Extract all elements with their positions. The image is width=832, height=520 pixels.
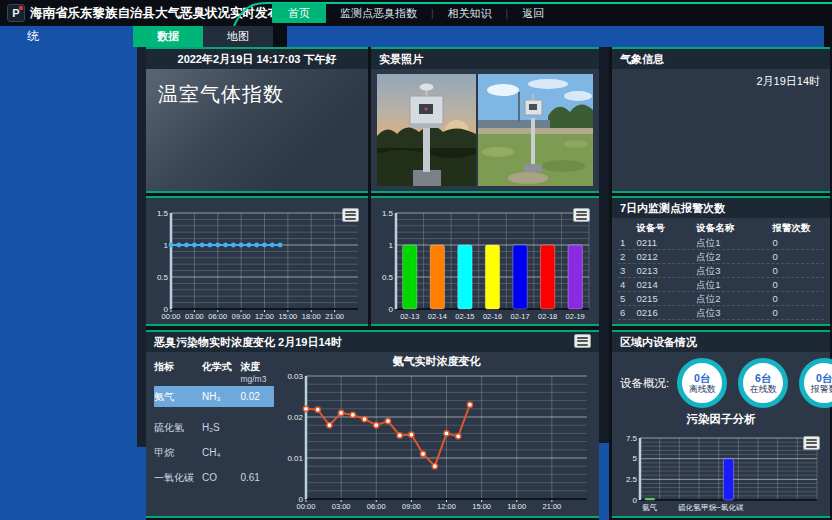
svg-text:18:00: 18:00 xyxy=(302,312,321,321)
table-cell: 0 xyxy=(772,278,824,291)
table-cell: NH₃ xyxy=(202,391,240,402)
factor-chart-title: 污染因子分析 xyxy=(612,412,830,427)
content-scrollbar[interactable] xyxy=(599,47,609,520)
table-cell: 点位2 xyxy=(696,292,772,305)
svg-text:02-19: 02-19 xyxy=(566,312,585,321)
alarm-table-header: 设备号 设备名称 报警次数 xyxy=(618,221,824,236)
nav-back[interactable]: 返回 xyxy=(508,3,558,23)
device-overview: 设备概况: 0台离线数6台在线数0台报警数 xyxy=(612,352,830,410)
svg-text:1.5: 1.5 xyxy=(157,209,169,218)
tab-row-filler xyxy=(287,26,824,47)
panel-devices: 区域内设备情况 设备概况: 0台离线数6台在线数0台报警数 污染因子分析 02.… xyxy=(612,330,830,518)
svg-text:一氧化碳: 一氧化碳 xyxy=(714,503,745,512)
table-row: 60216点位30 xyxy=(618,306,824,320)
nh3-line-chart: 00.010.020.0300:0003:0006:0009:0012:0015… xyxy=(278,370,595,512)
device-stat-circles: 0台离线数6台在线数0台报警数 xyxy=(677,358,832,408)
svg-text:2.5: 2.5 xyxy=(626,475,638,484)
table-cell: 0216 xyxy=(637,306,697,319)
dashboard: P 海南省乐东黎族自治县大气恶臭状况实时发布系 首页 监测点恶臭指数 | 相关知… xyxy=(0,0,832,520)
weather-title: 气象信息 xyxy=(612,49,830,69)
table-cell: 点位1 xyxy=(696,278,772,291)
svg-text:03:00: 03:00 xyxy=(185,312,204,321)
alarms-title: 7日内监测点报警次数 xyxy=(612,198,830,218)
table-cell: 0212 xyxy=(637,250,697,263)
nav-knowledge[interactable]: 相关知识 xyxy=(434,3,506,23)
tab-data[interactable]: 数据 xyxy=(133,26,203,47)
pollutant-row[interactable]: 氨气NH₃0.02 xyxy=(154,386,274,407)
table-row: 20212点位20 xyxy=(618,250,824,264)
sidebar xyxy=(0,47,137,520)
chart-menu-icon[interactable] xyxy=(803,436,820,450)
nav-home[interactable]: 首页 xyxy=(272,3,326,23)
stat-label: 报警数 xyxy=(811,384,832,394)
panel-photos: 实景照片 xyxy=(371,47,599,193)
main-nav: 首页 监测点恶臭指数 | 相关知识 | 返回 xyxy=(272,0,558,26)
table-cell: 0 xyxy=(772,306,824,319)
table-cell: 3 xyxy=(618,264,637,277)
top-bar: P 海南省乐东黎族自治县大气恶臭状况实时发布系 首页 监测点恶臭指数 | 相关知… xyxy=(0,0,832,26)
chart-menu-icon[interactable] xyxy=(573,208,590,222)
svg-text:0.5: 0.5 xyxy=(382,273,394,282)
alarm-table: 设备号 设备名称 报警次数 10211点位1020212点位2030213点位3… xyxy=(612,218,830,320)
site-photo-field[interactable] xyxy=(478,74,593,186)
daily_bars-svg: 00.511.502-1302-1402-1502-1602-1702-1802… xyxy=(373,207,597,322)
device-stat-circle: 6台在线数 xyxy=(738,358,788,408)
nav-odor-index[interactable]: 监测点恶臭指数 xyxy=(326,3,431,23)
app-logo-icon: P xyxy=(7,4,25,22)
table-row: 10211点位10 xyxy=(618,236,824,250)
tab-map[interactable]: 地图 xyxy=(203,26,273,47)
table-cell: 0 xyxy=(772,292,824,305)
pollutant-table-header: 指标 化学式 浓度mg/m3 xyxy=(154,358,274,384)
svg-text:21:00: 21:00 xyxy=(542,502,561,511)
pollutant-row[interactable]: 硫化氢H₂S xyxy=(154,415,274,440)
svg-text:5: 5 xyxy=(633,454,638,463)
greenhouse_line-svg: 00.511.500:0003:0006:0009:0012:0015:0018… xyxy=(148,207,366,322)
svg-text:02-13: 02-13 xyxy=(400,312,419,321)
svg-text:09:00: 09:00 xyxy=(232,312,251,321)
chart-menu-icon[interactable] xyxy=(342,208,359,222)
table-cell: 点位2 xyxy=(696,250,772,263)
svg-text:00:00: 00:00 xyxy=(297,502,316,511)
greenhouse-line-chart: 00.511.500:0003:0006:0009:0012:0015:0018… xyxy=(148,207,366,322)
svg-text:1: 1 xyxy=(389,241,394,250)
svg-text:0: 0 xyxy=(633,496,638,505)
tab-row-edge xyxy=(824,26,832,47)
svg-text:02-18: 02-18 xyxy=(538,312,557,321)
table-cell: 0.61 xyxy=(240,472,274,483)
svg-text:12:00: 12:00 xyxy=(255,312,274,321)
pollutants-title: 恶臭污染物实时浓度变化 2月19日14时 xyxy=(146,332,599,352)
svg-text:06:00: 06:00 xyxy=(367,502,386,511)
panel-greenhouse-chart: 00.511.500:0003:0006:0009:0012:0015:0018… xyxy=(146,196,368,326)
weather-time: 2月19日14时 xyxy=(612,69,830,94)
site-photo-dusk[interactable] xyxy=(377,74,476,186)
table-cell: H₂S xyxy=(202,422,240,433)
pollutant-row[interactable]: 甲烷CH₄ xyxy=(154,440,274,465)
stat-count: 6台 xyxy=(755,373,771,384)
svg-text:0: 0 xyxy=(389,305,394,314)
table-cell: 0213 xyxy=(637,264,697,277)
chart-menu-icon[interactable] xyxy=(574,334,591,348)
svg-text:06:00: 06:00 xyxy=(208,312,227,321)
table-cell: 甲烷 xyxy=(154,446,202,460)
svg-text:硫化氢: 硫化氢 xyxy=(678,503,701,512)
svg-text:0.5: 0.5 xyxy=(157,273,169,282)
pollutant-row[interactable]: 一氧化碳CO0.61 xyxy=(154,465,274,490)
factor-bar-chart: 02.557.5氨气硫化氢甲烷一氧化碳 xyxy=(617,432,825,513)
panel-alarms: 7日内监测点报警次数 设备号 设备名称 报警次数 10211点位1020212点… xyxy=(612,196,830,326)
alarm-table-body: 10211点位1020212点位2030213点位3040214点位105021… xyxy=(618,236,824,320)
svg-text:15:00: 15:00 xyxy=(278,312,297,321)
left-scrollbar[interactable] xyxy=(137,47,146,520)
nh3_line-svg: 00.010.020.0300:0003:0006:0009:0012:0015… xyxy=(278,370,595,512)
svg-text:7.5: 7.5 xyxy=(626,434,638,443)
photos-title: 实景照片 xyxy=(371,49,599,69)
svg-text:18:00: 18:00 xyxy=(507,502,526,511)
factor_bars-svg: 02.557.5氨气硫化氢甲烷一氧化碳 xyxy=(617,432,825,513)
table-cell: 4 xyxy=(618,278,637,291)
device-stat-circle: 0台报警数 xyxy=(799,358,832,408)
nh3-chart-area: 氨气实时浓度变化 00.010.020.0300:0003:0006:0009:… xyxy=(278,352,599,516)
daily-bar-chart: 00.511.502-1302-1402-1502-1602-1702-1802… xyxy=(373,207,597,322)
svg-text:00:00: 00:00 xyxy=(162,312,181,321)
svg-text:02-16: 02-16 xyxy=(483,312,502,321)
app-title: 海南省乐东黎族自治县大气恶臭状况实时发布系 xyxy=(30,0,293,26)
page-headline: 温室气体指数 xyxy=(146,69,368,108)
